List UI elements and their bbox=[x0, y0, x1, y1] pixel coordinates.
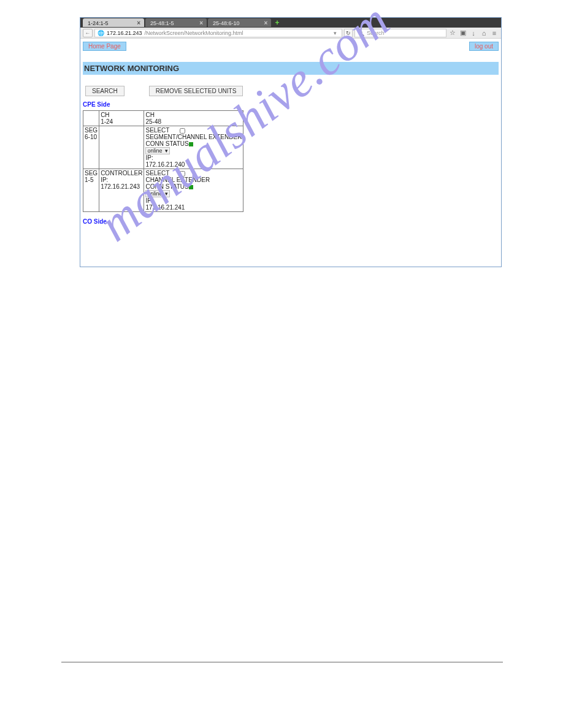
detail-cell: SELECT CHANNEL EXTENDER CONN STATUS onli… bbox=[144, 169, 243, 212]
unit-type: CHANNEL EXTENDER bbox=[145, 176, 210, 183]
online-select[interactable]: online ▾ bbox=[145, 190, 169, 197]
detail-cell: SELECT SEGMENT/CHANNEL EXTENDER CONN STA… bbox=[144, 126, 243, 169]
tab-label: 1-24:1-5 bbox=[88, 20, 109, 26]
cpe-side-label: CPE Side bbox=[83, 101, 499, 108]
mid-cell bbox=[99, 126, 144, 169]
select-label: SELECT bbox=[145, 127, 169, 134]
ip-value: 172.16.21.240 bbox=[145, 161, 185, 168]
status-indicator-icon bbox=[189, 185, 193, 189]
chevron-down-icon: ▾ bbox=[165, 191, 168, 197]
ip-label: IP: bbox=[145, 197, 153, 204]
home-icon[interactable]: ⌂ bbox=[480, 29, 488, 37]
reload-button[interactable]: ↻ bbox=[344, 29, 353, 37]
search-button[interactable]: SEARCH bbox=[85, 86, 124, 96]
seg-cell: SEG 1-5 bbox=[83, 169, 99, 212]
conn-status-label: CONN STATUS bbox=[145, 140, 188, 147]
chevron-down-icon: ▾ bbox=[165, 148, 168, 154]
home-page-link[interactable]: Home Page bbox=[83, 42, 126, 51]
browser-tab-2[interactable]: 25-48:1-5 × bbox=[145, 18, 207, 27]
downloads-icon[interactable]: ↓ bbox=[469, 29, 478, 37]
seg-cell: SEG 6-10 bbox=[83, 126, 99, 169]
logout-link[interactable]: log out bbox=[469, 42, 499, 51]
table-row: SEG 1-5 CONTROLLER IP: 172.16.21.243 SEL… bbox=[83, 169, 243, 212]
online-select[interactable]: online ▾ bbox=[145, 147, 169, 154]
select-label: SELECT bbox=[145, 170, 169, 176]
tab-label: 25-48:1-5 bbox=[150, 20, 174, 26]
select-checkbox[interactable] bbox=[180, 128, 185, 134]
conn-status-label: CONN STATUS bbox=[145, 183, 188, 190]
ip-value: 172.16.21.241 bbox=[145, 204, 185, 211]
remove-selected-button[interactable]: REMOVE SELECTED UNITS bbox=[149, 86, 243, 96]
search-bar[interactable]: 🔍 Search bbox=[354, 29, 446, 37]
table-row: SEG 6-10 SELECT SEGMENT/CHANNEL EXTENDER… bbox=[83, 126, 243, 169]
new-tab-button[interactable]: + bbox=[272, 18, 282, 27]
footer-rule bbox=[61, 662, 503, 662]
table-header-ch1: CH 1-24 bbox=[99, 111, 144, 126]
table-header-seg bbox=[83, 111, 99, 126]
select-checkbox[interactable] bbox=[180, 171, 185, 176]
tab-close-icon[interactable]: × bbox=[264, 20, 268, 26]
table-header-ch2: CH 25-48 bbox=[144, 111, 243, 126]
search-placeholder: Search bbox=[367, 30, 385, 36]
url-dropdown-icon[interactable]: ▾ bbox=[331, 30, 339, 36]
unit-type: SEGMENT/CHANNEL EXTENDER bbox=[145, 134, 242, 140]
back-button[interactable]: ← bbox=[83, 29, 93, 37]
tab-close-icon[interactable]: × bbox=[137, 20, 140, 26]
ip-label: IP: bbox=[145, 154, 153, 161]
url-host: 172.16.21.243 bbox=[107, 30, 142, 36]
tab-label: 25-48:6-10 bbox=[213, 20, 240, 26]
browser-toolbar: ← 🌐 172.16.21.243/NetworkScreen/NetworkM… bbox=[80, 28, 501, 39]
co-side-label: CO Side bbox=[83, 218, 499, 225]
tab-close-icon[interactable]: × bbox=[199, 20, 203, 26]
pocket-icon[interactable]: ▣ bbox=[459, 29, 467, 37]
menu-icon[interactable]: ≡ bbox=[490, 29, 499, 37]
monitoring-table: CH 1-24 CH 25-48 SEG 6-10 SELECT bbox=[83, 110, 243, 212]
status-indicator-icon bbox=[189, 142, 193, 146]
controller-cell: CONTROLLER IP: 172.16.21.243 bbox=[99, 169, 144, 212]
globe-icon: 🌐 bbox=[98, 30, 104, 36]
url-bar[interactable]: 🌐 172.16.21.243/NetworkScreen/NetworkMon… bbox=[94, 29, 342, 37]
bookmark-icon[interactable]: ☆ bbox=[448, 29, 457, 37]
page-title: NETWORK MONITORING bbox=[83, 62, 499, 75]
browser-tab-strip: 1-24:1-5 × 25-48:1-5 × 25-48:6-10 × + bbox=[80, 18, 501, 28]
browser-tab-1[interactable]: 1-24:1-5 × bbox=[83, 18, 144, 27]
browser-tab-3[interactable]: 25-48:6-10 × bbox=[208, 18, 271, 27]
url-path: /NetworkScreen/NetworkMonitoring.html bbox=[145, 30, 243, 36]
search-icon: 🔍 bbox=[358, 30, 364, 36]
